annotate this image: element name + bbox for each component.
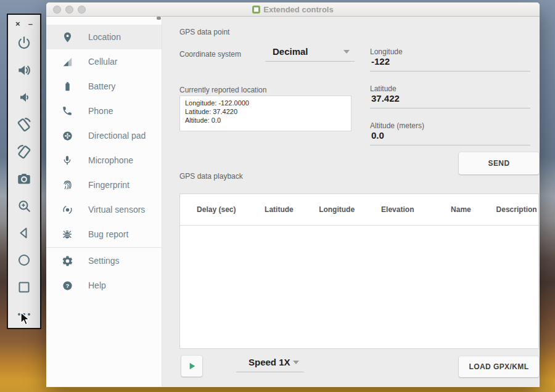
sidebar-item-label: Location bbox=[88, 32, 121, 42]
power-icon bbox=[16, 35, 32, 51]
sidebar-nav: LocationCellularBatteryPhoneDirectional … bbox=[46, 17, 162, 386]
reported-location-box: Longitude: -122.0000 Latitude: 37.4220 A… bbox=[179, 96, 352, 131]
reported-longitude: Longitude: -122.0000 bbox=[185, 99, 346, 107]
camera-button[interactable] bbox=[10, 165, 38, 192]
table-header-elevation: Elevation bbox=[368, 205, 427, 214]
sidebar-divider bbox=[46, 247, 162, 248]
back-icon bbox=[17, 226, 31, 240]
window-titlebar[interactable]: Extended controls bbox=[46, 2, 540, 17]
longitude-label: Longitude bbox=[370, 47, 403, 56]
latitude-input[interactable]: 37.422 bbox=[370, 93, 530, 108]
longitude-input[interactable]: -122 bbox=[370, 56, 530, 71]
sidebar-item-settings[interactable]: Settings bbox=[46, 248, 162, 273]
bug-icon bbox=[61, 228, 73, 240]
traffic-lights bbox=[53, 6, 86, 14]
reported-altitude: Altitude: 0.0 bbox=[185, 116, 346, 125]
speed-dropdown[interactable]: Speed 1X bbox=[236, 357, 304, 372]
dpad-icon bbox=[61, 129, 73, 142]
sidebar-item-label: Settings bbox=[88, 256, 120, 266]
send-button[interactable]: SEND bbox=[459, 152, 539, 174]
coordinate-system-dropdown[interactable]: Decimal bbox=[265, 46, 355, 62]
rotate-right-button[interactable] bbox=[10, 138, 38, 165]
virtual-sensors-icon bbox=[61, 203, 73, 216]
sidebar-scrollbar-thumb[interactable] bbox=[157, 17, 161, 20]
sidebar-item-label: Microphone bbox=[88, 155, 133, 165]
toolbar-minimize-button[interactable]: – bbox=[28, 20, 33, 28]
volume-down-icon bbox=[17, 90, 31, 105]
toolbar-window-controls: × – bbox=[15, 17, 33, 30]
table-header-name: Name bbox=[427, 205, 495, 214]
table-header-delay-sec: Delay (sec) bbox=[180, 205, 253, 214]
sidebar-item-label: Virtual sensors bbox=[88, 205, 145, 214]
sidebar-item-label: Fingerprint bbox=[88, 180, 130, 190]
longitude-value: -122 bbox=[371, 56, 390, 67]
home-button[interactable] bbox=[10, 247, 38, 274]
window-title-text: Extended controls bbox=[263, 5, 333, 14]
location-pane: GPS data point Coordinate system Decimal… bbox=[162, 17, 540, 386]
sidebar-item-cellular[interactable]: Cellular bbox=[46, 49, 162, 74]
toolbar-close-button[interactable]: × bbox=[15, 20, 20, 28]
desktop: { "window": { "title": "Extended control… bbox=[0, 0, 555, 392]
close-traffic-light[interactable] bbox=[53, 6, 61, 14]
svg-text:?: ? bbox=[65, 282, 69, 288]
microphone-icon bbox=[61, 154, 73, 166]
table-header-longitude: Longitude bbox=[305, 205, 368, 214]
play-button[interactable] bbox=[181, 356, 202, 377]
help-icon: ? bbox=[61, 279, 73, 292]
rotate-left-button[interactable] bbox=[10, 111, 38, 138]
toolbar-buttons bbox=[10, 30, 38, 328]
play-icon bbox=[187, 361, 197, 371]
home-icon bbox=[17, 253, 31, 267]
gps-playback-table: Delay (sec)LatitudeLongitudeElevationNam… bbox=[179, 194, 539, 349]
latitude-label: Latitude bbox=[370, 84, 397, 93]
sidebar-item-phone[interactable]: Phone bbox=[46, 99, 162, 123]
sidebar-item-label: Phone bbox=[88, 106, 113, 116]
table-header-latitude: Latitude bbox=[253, 205, 306, 214]
sidebar-item-bug-report[interactable]: Bug report bbox=[46, 222, 162, 247]
power-button[interactable] bbox=[10, 30, 38, 57]
gps-data-point-label: GPS data point bbox=[179, 28, 229, 36]
window-title: Extended controls bbox=[252, 5, 333, 14]
fingerprint-icon bbox=[61, 179, 73, 191]
extended-controls-window: Extended controls LocationCellularBatter… bbox=[46, 2, 540, 387]
overview-button[interactable] bbox=[10, 274, 38, 301]
rotate-left-icon bbox=[15, 116, 33, 133]
camera-icon bbox=[16, 171, 32, 187]
zoom-traffic-light[interactable] bbox=[78, 6, 86, 14]
load-gpx-kml-button[interactable]: LOAD GPX/KML bbox=[459, 356, 539, 377]
volume-down-button[interactable] bbox=[10, 84, 38, 111]
gear-icon bbox=[61, 255, 73, 267]
location-pin-icon bbox=[61, 31, 73, 43]
zoom-button[interactable] bbox=[10, 192, 38, 219]
emulator-toolbar: × – bbox=[7, 14, 41, 329]
phone-icon bbox=[61, 105, 73, 117]
cellular-signal-icon bbox=[61, 55, 73, 68]
sidebar-item-location[interactable]: Location bbox=[46, 25, 162, 49]
coordinate-system-label: Coordinate system bbox=[179, 50, 241, 59]
sidebar-item-directional-pad[interactable]: Directional pad bbox=[46, 123, 162, 148]
sidebar-item-virtual-sensors[interactable]: Virtual sensors bbox=[46, 197, 162, 222]
volume-up-button[interactable] bbox=[10, 57, 38, 84]
sidebar-item-label: Battery bbox=[88, 81, 115, 91]
overview-icon bbox=[17, 280, 31, 295]
sidebar-item-fingerprint[interactable]: Fingerprint bbox=[46, 173, 162, 197]
sidebar-item-microphone[interactable]: Microphone bbox=[46, 148, 162, 173]
rotate-right-icon bbox=[15, 143, 33, 160]
back-button[interactable] bbox=[10, 219, 38, 247]
gps-playback-label: GPS data playback bbox=[179, 172, 243, 181]
minimize-traffic-light[interactable] bbox=[65, 6, 73, 14]
chevron-down-icon bbox=[293, 361, 299, 364]
sidebar-item-help[interactable]: ?Help bbox=[46, 273, 162, 298]
zoom-icon bbox=[17, 198, 32, 214]
sidebar-item-battery[interactable]: Battery bbox=[46, 74, 162, 99]
emulator-app-icon bbox=[252, 6, 260, 14]
sidebar-item-label: Directional pad bbox=[88, 131, 146, 141]
altitude-input[interactable]: 0.0 bbox=[370, 130, 530, 145]
reported-location-label: Currently reported location bbox=[179, 86, 266, 94]
latitude-value: 37.422 bbox=[371, 93, 400, 104]
altitude-label: Altitude (meters) bbox=[370, 121, 424, 130]
table-header-description: Description bbox=[495, 205, 538, 214]
sidebar-item-label: Bug report bbox=[88, 229, 128, 239]
sidebar-item-label: Help bbox=[88, 280, 106, 290]
reported-latitude: Latitude: 37.4220 bbox=[185, 107, 346, 116]
